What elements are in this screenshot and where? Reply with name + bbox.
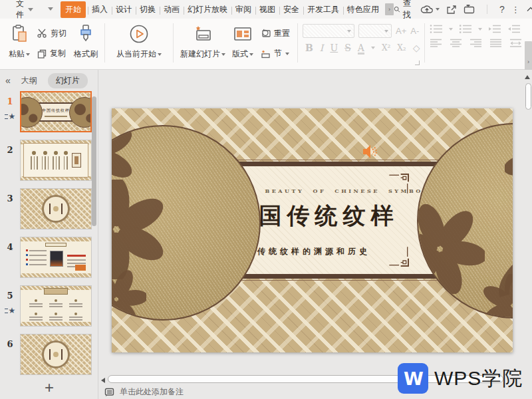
reset-button[interactable]: 重置 bbox=[258, 27, 293, 41]
slide-gutter-4: 4 bbox=[0, 237, 20, 278]
slide-thumbnail-6[interactable] bbox=[20, 334, 92, 375]
italic-button[interactable]: I bbox=[320, 43, 324, 53]
font-name-combo[interactable] bbox=[303, 24, 354, 38]
superscript-button[interactable]: X² bbox=[382, 43, 390, 53]
slide-thumbnail-3[interactable] bbox=[20, 188, 92, 229]
numbering-button[interactable] bbox=[459, 24, 472, 34]
tab-special-apps[interactable]: 特色应用 bbox=[343, 1, 383, 18]
chevron-down-icon bbox=[347, 30, 351, 33]
increase-indent-button[interactable] bbox=[507, 24, 521, 34]
collapse-ribbon-button[interactable] bbox=[527, 7, 532, 12]
tab-slideshow[interactable]: 幻灯片放映 bbox=[184, 1, 231, 18]
grow-font-button[interactable]: A+ bbox=[396, 26, 406, 36]
quick-access-dropdown-icon[interactable] bbox=[48, 7, 53, 11]
tab-transitions[interactable]: 切换 bbox=[136, 1, 160, 18]
search-button[interactable]: 查找 bbox=[394, 0, 414, 21]
chevron-down-icon bbox=[449, 28, 453, 31]
slide-row-4: 4 bbox=[0, 237, 98, 278]
slide-gutter-6: 6 bbox=[0, 334, 20, 375]
sidebar-scrollbar[interactable] bbox=[92, 96, 96, 226]
underline-button[interactable]: U bbox=[330, 43, 338, 53]
slide-thumbnail-2[interactable] bbox=[20, 140, 92, 181]
chevron-down-icon bbox=[26, 53, 30, 56]
tab-slides[interactable]: 幻灯片 bbox=[48, 73, 88, 88]
slide-thumbnail-4[interactable] bbox=[20, 237, 92, 278]
divider bbox=[297, 23, 298, 63]
bold-button[interactable]: B bbox=[305, 43, 313, 53]
bullets-button[interactable] bbox=[430, 24, 443, 34]
slide-thumbnail-5[interactable] bbox=[20, 285, 92, 327]
chevron-down-icon bbox=[384, 30, 388, 33]
layout-button[interactable]: 版式 bbox=[229, 22, 257, 69]
section-button[interactable]: 节 bbox=[258, 47, 293, 61]
lotus-flower-icon bbox=[112, 180, 166, 279]
slide-row-3: 3 bbox=[0, 188, 98, 229]
copy-button[interactable]: 复制 bbox=[35, 47, 69, 61]
more-tabs-button[interactable]: › bbox=[385, 3, 394, 15]
tab-view[interactable]: 视图 bbox=[255, 1, 279, 18]
thumb5-bottom-strip bbox=[21, 322, 91, 326]
cloud-sync-button[interactable] bbox=[420, 5, 440, 14]
font-dialog-launcher[interactable] bbox=[415, 61, 420, 65]
slide-gutter-2: 2 bbox=[0, 140, 20, 181]
tab-review[interactable]: 审阅 bbox=[231, 1, 255, 18]
chevron-down-icon bbox=[478, 28, 482, 31]
align-center-button[interactable] bbox=[450, 39, 462, 48]
font-size-combo[interactable] bbox=[358, 24, 392, 38]
tab-security[interactable]: 安全 bbox=[279, 1, 303, 18]
tab-outline[interactable]: 大纲 bbox=[21, 75, 37, 86]
thumb3-circle bbox=[42, 195, 70, 223]
tab-insert[interactable]: 插入 bbox=[88, 1, 112, 18]
chevron-down-icon bbox=[249, 53, 253, 56]
divider bbox=[487, 5, 487, 14]
tab-devtools[interactable]: 开发工具 bbox=[303, 1, 343, 18]
decrease-indent-button[interactable] bbox=[488, 24, 501, 34]
vertical-scrollbar-thumb[interactable] bbox=[525, 83, 531, 110]
shrink-font-button[interactable]: A- bbox=[410, 26, 419, 36]
menu-bar: 文件 开始 插入 设计 切换 动画 幻灯片放映 审阅 视图 安全 开发工具 特色… bbox=[0, 0, 532, 19]
scroll-up-arrow[interactable] bbox=[525, 75, 530, 79]
strikethrough-button[interactable]: S bbox=[344, 43, 351, 53]
distribute-button[interactable] bbox=[509, 39, 522, 48]
paste-button[interactable]: 粘贴 bbox=[5, 22, 33, 69]
add-slide-button[interactable]: + bbox=[35, 379, 64, 396]
new-window-button[interactable] bbox=[464, 5, 475, 14]
thumb1-subtitle-bar bbox=[45, 116, 67, 117]
thumb5-header-ribbon bbox=[44, 288, 68, 295]
file-menu[interactable]: 文件 bbox=[13, 0, 36, 21]
format-painter-button[interactable]: 格式刷 bbox=[70, 22, 101, 69]
new-slide-button[interactable]: 新建幻灯片 bbox=[177, 22, 229, 69]
thumb4-left-rows bbox=[26, 249, 47, 265]
slide-editor[interactable]: UNVEIL THE BEAUTY OF CHINESE SYMBOLS 中国传… bbox=[112, 108, 513, 352]
align-left-button[interactable] bbox=[430, 39, 442, 48]
thumb4-red-bar bbox=[67, 255, 86, 257]
divider bbox=[173, 23, 174, 63]
collapse-panel-button[interactable]: « bbox=[5, 75, 11, 86]
notes-icon bbox=[104, 388, 114, 397]
thumb6-circle bbox=[42, 340, 70, 368]
file-menu-label: 文件 bbox=[16, 0, 24, 21]
slide-number-3: 3 bbox=[7, 194, 13, 203]
share-button[interactable] bbox=[446, 5, 457, 15]
chevron-down-icon bbox=[285, 53, 289, 55]
play-from-current-button[interactable]: 从当前开始 bbox=[108, 22, 170, 69]
thumb4-photo bbox=[50, 251, 63, 267]
tab-animations[interactable]: 动画 bbox=[160, 1, 184, 18]
cut-button[interactable]: 剪切 bbox=[35, 27, 69, 41]
tab-design[interactable]: 设计 bbox=[112, 1, 136, 18]
font-color-button[interactable]: A bbox=[358, 43, 364, 53]
slide-row-5: 5 ★ bbox=[0, 285, 98, 327]
tab-home[interactable]: 开始 bbox=[61, 1, 86, 18]
help-button[interactable]: ? bbox=[499, 4, 505, 15]
clear-format-button[interactable]: ◇ bbox=[413, 43, 420, 53]
more-options-button[interactable]: ⋮ bbox=[511, 5, 520, 15]
justify-button[interactable] bbox=[489, 39, 502, 48]
align-right-button[interactable] bbox=[469, 39, 482, 48]
audio-indicator[interactable] bbox=[362, 143, 379, 160]
thumb4-title bbox=[45, 243, 66, 247]
scroll-left-arrow[interactable] bbox=[101, 378, 105, 383]
play-from-current-label: 从当前开始 bbox=[116, 49, 156, 60]
section-icon bbox=[261, 49, 271, 59]
subscript-button[interactable]: X₂ bbox=[397, 43, 406, 53]
slide-thumbnail-1[interactable]: 中国传统纹样 bbox=[20, 91, 92, 132]
